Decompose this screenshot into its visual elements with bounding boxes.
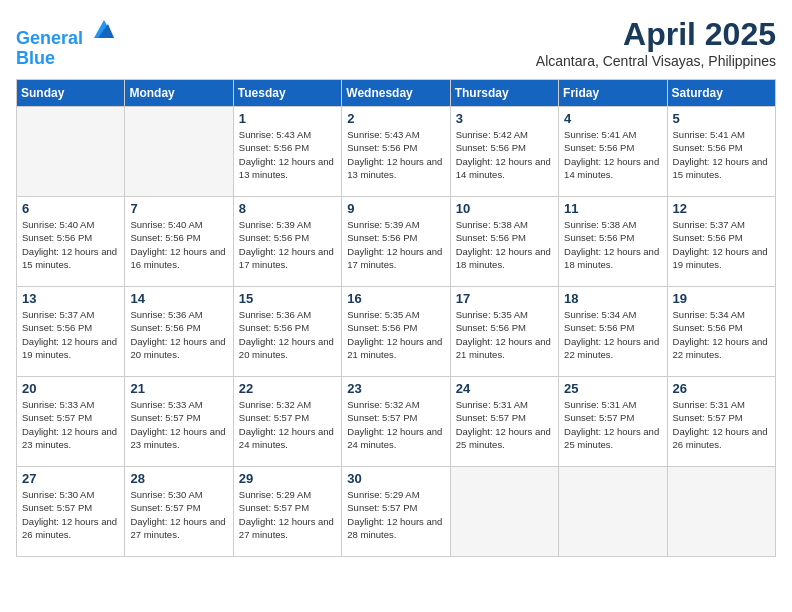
day-info: Sunrise: 5:33 AMSunset: 5:57 PMDaylight:… [22,398,119,451]
calendar-day-cell: 30Sunrise: 5:29 AMSunset: 5:57 PMDayligh… [342,467,450,557]
day-info: Sunrise: 5:40 AMSunset: 5:56 PMDaylight:… [22,218,119,271]
calendar-day-cell: 13Sunrise: 5:37 AMSunset: 5:56 PMDayligh… [17,287,125,377]
day-number: 1 [239,111,336,126]
calendar-day-cell: 29Sunrise: 5:29 AMSunset: 5:57 PMDayligh… [233,467,341,557]
day-info: Sunrise: 5:29 AMSunset: 5:57 PMDaylight:… [239,488,336,541]
day-number: 13 [22,291,119,306]
day-info: Sunrise: 5:34 AMSunset: 5:56 PMDaylight:… [564,308,661,361]
calendar-day-cell: 22Sunrise: 5:32 AMSunset: 5:57 PMDayligh… [233,377,341,467]
day-number: 22 [239,381,336,396]
weekday-header: Friday [559,80,667,107]
calendar-day-cell: 6Sunrise: 5:40 AMSunset: 5:56 PMDaylight… [17,197,125,287]
calendar-day-cell: 4Sunrise: 5:41 AMSunset: 5:56 PMDaylight… [559,107,667,197]
day-number: 3 [456,111,553,126]
calendar-day-cell: 21Sunrise: 5:33 AMSunset: 5:57 PMDayligh… [125,377,233,467]
day-info: Sunrise: 5:42 AMSunset: 5:56 PMDaylight:… [456,128,553,181]
day-info: Sunrise: 5:41 AMSunset: 5:56 PMDaylight:… [564,128,661,181]
day-number: 8 [239,201,336,216]
weekday-header-row: SundayMondayTuesdayWednesdayThursdayFrid… [17,80,776,107]
day-number: 30 [347,471,444,486]
weekday-header: Wednesday [342,80,450,107]
calendar-day-cell [17,107,125,197]
calendar-day-cell: 28Sunrise: 5:30 AMSunset: 5:57 PMDayligh… [125,467,233,557]
title-block: April 2025 Alcantara, Central Visayas, P… [536,16,776,69]
day-number: 17 [456,291,553,306]
calendar-day-cell: 3Sunrise: 5:42 AMSunset: 5:56 PMDaylight… [450,107,558,197]
day-number: 7 [130,201,227,216]
calendar-day-cell: 16Sunrise: 5:35 AMSunset: 5:56 PMDayligh… [342,287,450,377]
day-number: 27 [22,471,119,486]
calendar-day-cell: 11Sunrise: 5:38 AMSunset: 5:56 PMDayligh… [559,197,667,287]
day-info: Sunrise: 5:30 AMSunset: 5:57 PMDaylight:… [130,488,227,541]
day-info: Sunrise: 5:32 AMSunset: 5:57 PMDaylight:… [239,398,336,451]
day-number: 24 [456,381,553,396]
day-number: 9 [347,201,444,216]
calendar-day-cell [125,107,233,197]
day-info: Sunrise: 5:31 AMSunset: 5:57 PMDaylight:… [673,398,770,451]
day-number: 29 [239,471,336,486]
calendar-day-cell: 9Sunrise: 5:39 AMSunset: 5:56 PMDaylight… [342,197,450,287]
page-header: General Blue April 2025 Alcantara, Centr… [16,16,776,69]
calendar-day-cell [667,467,775,557]
calendar-day-cell [450,467,558,557]
day-number: 23 [347,381,444,396]
day-number: 25 [564,381,661,396]
day-info: Sunrise: 5:36 AMSunset: 5:56 PMDaylight:… [130,308,227,361]
day-number: 28 [130,471,227,486]
calendar-week-row: 20Sunrise: 5:33 AMSunset: 5:57 PMDayligh… [17,377,776,467]
day-info: Sunrise: 5:29 AMSunset: 5:57 PMDaylight:… [347,488,444,541]
day-number: 20 [22,381,119,396]
calendar-week-row: 27Sunrise: 5:30 AMSunset: 5:57 PMDayligh… [17,467,776,557]
day-info: Sunrise: 5:35 AMSunset: 5:56 PMDaylight:… [347,308,444,361]
weekday-header: Saturday [667,80,775,107]
logo: General Blue [16,16,118,69]
weekday-header: Monday [125,80,233,107]
calendar-day-cell: 23Sunrise: 5:32 AMSunset: 5:57 PMDayligh… [342,377,450,467]
calendar-day-cell: 10Sunrise: 5:38 AMSunset: 5:56 PMDayligh… [450,197,558,287]
calendar-day-cell: 17Sunrise: 5:35 AMSunset: 5:56 PMDayligh… [450,287,558,377]
day-number: 4 [564,111,661,126]
day-info: Sunrise: 5:34 AMSunset: 5:56 PMDaylight:… [673,308,770,361]
calendar-day-cell: 27Sunrise: 5:30 AMSunset: 5:57 PMDayligh… [17,467,125,557]
weekday-header: Thursday [450,80,558,107]
day-number: 26 [673,381,770,396]
calendar-week-row: 13Sunrise: 5:37 AMSunset: 5:56 PMDayligh… [17,287,776,377]
calendar-day-cell: 20Sunrise: 5:33 AMSunset: 5:57 PMDayligh… [17,377,125,467]
day-info: Sunrise: 5:37 AMSunset: 5:56 PMDaylight:… [22,308,119,361]
logo-general: General [16,28,83,48]
calendar-day-cell: 14Sunrise: 5:36 AMSunset: 5:56 PMDayligh… [125,287,233,377]
location-subtitle: Alcantara, Central Visayas, Philippines [536,53,776,69]
day-info: Sunrise: 5:38 AMSunset: 5:56 PMDaylight:… [456,218,553,271]
calendar-day-cell: 18Sunrise: 5:34 AMSunset: 5:56 PMDayligh… [559,287,667,377]
day-info: Sunrise: 5:40 AMSunset: 5:56 PMDaylight:… [130,218,227,271]
calendar-day-cell: 7Sunrise: 5:40 AMSunset: 5:56 PMDaylight… [125,197,233,287]
day-number: 16 [347,291,444,306]
calendar-day-cell: 8Sunrise: 5:39 AMSunset: 5:56 PMDaylight… [233,197,341,287]
day-info: Sunrise: 5:31 AMSunset: 5:57 PMDaylight:… [456,398,553,451]
weekday-header: Sunday [17,80,125,107]
calendar-day-cell: 19Sunrise: 5:34 AMSunset: 5:56 PMDayligh… [667,287,775,377]
day-number: 5 [673,111,770,126]
day-info: Sunrise: 5:39 AMSunset: 5:56 PMDaylight:… [347,218,444,271]
calendar-day-cell: 1Sunrise: 5:43 AMSunset: 5:56 PMDaylight… [233,107,341,197]
day-info: Sunrise: 5:30 AMSunset: 5:57 PMDaylight:… [22,488,119,541]
day-number: 11 [564,201,661,216]
calendar-table: SundayMondayTuesdayWednesdayThursdayFrid… [16,79,776,557]
day-info: Sunrise: 5:38 AMSunset: 5:56 PMDaylight:… [564,218,661,271]
day-info: Sunrise: 5:33 AMSunset: 5:57 PMDaylight:… [130,398,227,451]
day-info: Sunrise: 5:43 AMSunset: 5:56 PMDaylight:… [347,128,444,181]
day-number: 12 [673,201,770,216]
day-number: 15 [239,291,336,306]
calendar-day-cell: 5Sunrise: 5:41 AMSunset: 5:56 PMDaylight… [667,107,775,197]
month-title: April 2025 [536,16,776,53]
day-number: 21 [130,381,227,396]
day-info: Sunrise: 5:41 AMSunset: 5:56 PMDaylight:… [673,128,770,181]
calendar-day-cell: 25Sunrise: 5:31 AMSunset: 5:57 PMDayligh… [559,377,667,467]
day-info: Sunrise: 5:32 AMSunset: 5:57 PMDaylight:… [347,398,444,451]
day-number: 10 [456,201,553,216]
day-info: Sunrise: 5:35 AMSunset: 5:56 PMDaylight:… [456,308,553,361]
calendar-day-cell: 24Sunrise: 5:31 AMSunset: 5:57 PMDayligh… [450,377,558,467]
day-number: 18 [564,291,661,306]
day-info: Sunrise: 5:43 AMSunset: 5:56 PMDaylight:… [239,128,336,181]
calendar-week-row: 6Sunrise: 5:40 AMSunset: 5:56 PMDaylight… [17,197,776,287]
